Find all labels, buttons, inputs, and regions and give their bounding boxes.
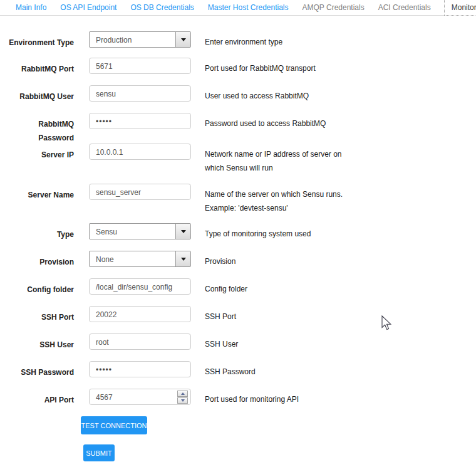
input-value: •••••	[96, 365, 112, 374]
select-value: Production	[96, 36, 132, 45]
field-label: API Port	[9, 389, 74, 407]
field-label: Server IP	[9, 144, 74, 162]
field-help-text: Type of monitoring system used	[205, 223, 346, 241]
input-value: •••••	[96, 117, 112, 126]
input-value: sensu	[96, 90, 116, 98]
field-control: 5671	[89, 58, 191, 74]
field-control: 20022	[89, 306, 191, 322]
spinner-down-button[interactable]	[177, 397, 188, 404]
environment-type-select[interactable]: Production	[89, 31, 191, 48]
input-value: /local_dir/sensu_config	[96, 283, 172, 291]
field-control: Production	[89, 31, 191, 48]
ssh-user-input[interactable]: root	[89, 333, 191, 350]
field-control: •••••	[89, 113, 191, 129]
field-label: Environment Type	[9, 31, 74, 50]
provision-select[interactable]: None	[89, 251, 191, 267]
server-name-input[interactable]: sensu_server	[89, 184, 191, 200]
field-control: root	[89, 333, 191, 350]
field-help-text: Port used for RabbitMQ transport	[205, 58, 346, 75]
field-help-text: SSH Port	[205, 306, 346, 323]
rabbitmq-password-password-input[interactable]: •••••	[89, 113, 191, 129]
field-help-text: Name of the server on which Sensu runs. …	[205, 184, 346, 215]
field-help-text: SSH User	[205, 333, 346, 351]
field-help-text: Password used to access RabbitMQ	[205, 113, 346, 130]
select-value: None	[96, 255, 114, 264]
monitoring-form: Environment Type Production Enter enviro…	[0, 0, 476, 414]
rabbitmq-user-input[interactable]: sensu	[89, 85, 191, 102]
server-ip-input[interactable]: 10.0.0.1	[89, 144, 191, 160]
field-help-text: Enter environment type	[205, 31, 346, 49]
field-label: SSH Password	[9, 361, 74, 379]
input-value: root	[96, 338, 109, 347]
field-control: •••••	[89, 361, 191, 377]
api-port-input[interactable]: 4567	[89, 389, 191, 405]
field-control: 10.0.0.1	[89, 144, 191, 160]
rabbitmq-port-input[interactable]: 5671	[89, 58, 191, 74]
field-help-text: Config folder	[205, 278, 346, 296]
field-label: Server Name	[9, 184, 74, 202]
config-folder-input[interactable]: /local_dir/sensu_config	[89, 278, 191, 295]
field-label: RabbitMQ Port	[9, 58, 74, 76]
input-value: 4567	[96, 393, 113, 402]
select-value: Sensu	[96, 228, 117, 236]
field-help-text: Network name or IP address of server on …	[205, 144, 346, 175]
field-control: /local_dir/sensu_config	[89, 278, 191, 295]
field-control: sensu_server	[89, 184, 191, 200]
input-value: 10.0.0.1	[96, 148, 123, 157]
field-label: Config folder	[9, 278, 74, 297]
test-connection-button[interactable]: TEST CONNECTION	[81, 416, 147, 434]
field-control: sensu	[89, 85, 191, 102]
chevron-down-icon[interactable]	[175, 251, 190, 266]
field-label: RabbitMQ Password	[9, 113, 74, 145]
input-value: sensu_server	[96, 188, 141, 197]
ssh-password-password-input[interactable]: •••••	[89, 361, 191, 377]
field-label: RabbitMQ User	[9, 85, 74, 103]
field-help-text: Port used for monitoring API	[205, 389, 346, 406]
input-value: 20022	[96, 310, 116, 319]
field-control: 4567	[89, 389, 191, 405]
chevron-down-icon[interactable]	[175, 32, 190, 47]
field-control: Sensu	[89, 223, 191, 239]
chevron-down-icon[interactable]	[175, 224, 190, 239]
spinner-up-button[interactable]	[177, 391, 188, 397]
type-select[interactable]: Sensu	[89, 223, 191, 239]
input-value: 5671	[96, 62, 113, 71]
field-control: None	[89, 251, 191, 267]
field-label: Provision	[9, 251, 74, 269]
field-help-text: Provision	[205, 251, 346, 268]
number-spinner	[177, 391, 188, 404]
field-help-text: SSH Password	[205, 361, 346, 379]
submit-button[interactable]: SUBMIT	[83, 444, 115, 461]
field-label: SSH User	[9, 333, 74, 352]
field-help-text: User used to access RabbitMQ	[205, 85, 346, 103]
field-label: SSH Port	[9, 306, 74, 324]
ssh-port-input[interactable]: 20022	[89, 306, 191, 322]
field-label: Type	[9, 223, 74, 241]
